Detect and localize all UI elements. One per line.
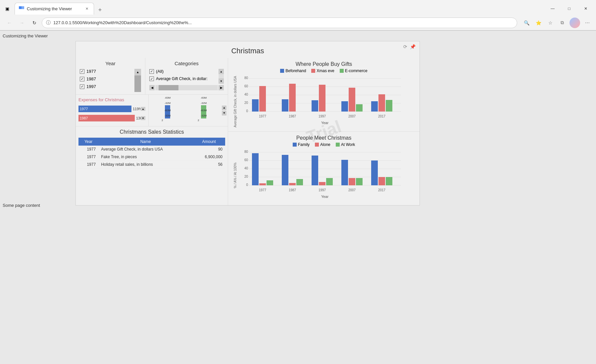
legend-ecommerce: E-commerce: [340, 68, 368, 73]
cat-scroll-right[interactable]: ▶: [219, 85, 224, 90]
col-header-amount: Amount: [193, 138, 225, 146]
address-icons: 🔍 ⭐ ☆ ⧉ ⋯: [522, 18, 592, 28]
year-scroll-up[interactable]: ▲: [134, 69, 141, 75]
menu-icon[interactable]: ⋯: [583, 18, 592, 27]
svg-rect-38: [378, 94, 385, 112]
cat-scroll-down[interactable]: ▼: [219, 78, 224, 84]
year-label-1977: 1977: [86, 69, 96, 74]
svg-rect-1: [22, 6, 24, 9]
svg-rect-69: [378, 177, 385, 185]
zoom-icon[interactable]: 🔍: [522, 18, 531, 27]
exp-up-arrow[interactable]: ▲: [141, 107, 145, 111]
tab-title: Customizing the Viewer: [27, 6, 84, 11]
cat-checkbox-all[interactable]: ✓: [149, 69, 154, 74]
chart1-svg: 80 60 40 20 0: [239, 75, 404, 128]
tab-close-button[interactable]: ✕: [84, 6, 90, 12]
svg-rect-34: [341, 101, 348, 112]
sales-table-area: Christmans Sales Statistics Year Name Am…: [76, 126, 228, 171]
expense-year-1977: 1977: [80, 107, 88, 111]
back-button[interactable]: ←: [4, 18, 15, 28]
sidebar-toggle-button[interactable]: ▣: [3, 4, 12, 13]
cat-scroll-left[interactable]: ◀: [149, 85, 155, 90]
legend-family-label: Family: [298, 142, 310, 147]
svg-text:2017: 2017: [378, 114, 386, 118]
star-badge-icon[interactable]: ⭐: [534, 18, 543, 27]
expense-scroll-up-btn[interactable]: ▲: [140, 105, 146, 113]
categories-content: ✓ (All) ✓ Average Gift Check, in dollar:: [149, 69, 224, 84]
profile-icon[interactable]: [570, 18, 580, 28]
title-bar: ▣ Customizing the Viewer ✕ + — □ ✕: [0, 0, 596, 15]
expenses-chart-box: Expenses for Christmas 1977 119% ▲: [76, 95, 149, 126]
cat-label-avg: Average Gift Check, in dollar:: [156, 76, 208, 81]
svg-text:1997: 1997: [319, 188, 326, 192]
maximize-button[interactable]: □: [562, 4, 577, 14]
legend-xmaseve: Xmas eve: [311, 68, 334, 73]
dashboard-refresh-icon[interactable]: ⟳: [403, 44, 407, 49]
cat-h-thumb[interactable]: [159, 85, 178, 90]
svg-text:1977: 1977: [259, 114, 267, 118]
nav-bar: ← → ↻ ⓘ 127.0.0.1:5500/Working%20with%20…: [0, 15, 596, 30]
svg-text:-63M: -63M: [201, 96, 207, 99]
sales-table-title: Christmans Sales Statistics: [78, 129, 225, 135]
chart2-container: % / A% / At 100% 80 60 40 20 0: [233, 149, 414, 202]
legend-family-color: [293, 143, 297, 147]
browser-chrome: ▣ Customizing the Viewer ✕ + — □ ✕ ← → ↻…: [0, 0, 596, 31]
svg-rect-31: [312, 100, 318, 112]
active-tab[interactable]: Customizing the Viewer ✕: [15, 3, 94, 15]
window-controls-left: ▣: [3, 4, 12, 13]
svg-text:1977: 1977: [259, 188, 267, 192]
svg-text:1987: 1987: [289, 188, 296, 192]
svg-text:40: 40: [244, 93, 248, 96]
svg-text:-32M: -32M: [165, 114, 171, 117]
year-label-1987: 1987: [86, 76, 96, 81]
svg-text:-32M: -32M: [165, 102, 171, 105]
svg-rect-35: [349, 88, 355, 112]
svg-rect-32: [319, 85, 325, 112]
legend-alone-label: Alone: [320, 142, 330, 147]
cat-label-all: (All): [156, 69, 164, 74]
svg-text:2: 2: [162, 119, 163, 122]
dashboard: ⟳ 📌 Christmas Year ✓: [75, 41, 420, 205]
chart1-container: Average Gift Check, in dollars USA 80 60…: [233, 75, 414, 128]
dashboard-pin-icon[interactable]: 📌: [410, 44, 416, 49]
mini-scroll-up[interactable]: ▲: [222, 106, 226, 110]
favorites-icon[interactable]: ☆: [546, 18, 555, 27]
chart2-title: People Meet Christmas: [233, 135, 414, 141]
categories-title: Categories: [149, 61, 224, 66]
forward-button[interactable]: →: [17, 18, 27, 28]
legend-atwork-color: [336, 143, 340, 147]
some-page-content: Some page content: [3, 203, 40, 208]
year-filter: Year ✓ 1977 ✓ 1987: [76, 58, 145, 94]
collections-icon[interactable]: ⧉: [558, 18, 567, 27]
cat-scroll-up[interactable]: ▲: [219, 69, 224, 74]
page-title: Customizing the Viewer: [3, 33, 596, 38]
table-header-row: Year Name Amount: [78, 138, 225, 146]
year-scroll-thumb[interactable]: [134, 75, 141, 92]
legend-ecommerce-label: E-commerce: [345, 68, 368, 73]
expense-scroll-down-btn[interactable]: ▼: [140, 114, 146, 122]
year-checkbox-1987[interactable]: ✓: [80, 77, 84, 81]
chart2-y-label: % / A% / At 100%: [233, 149, 238, 202]
expenses-title: Expenses for Christmas: [78, 97, 146, 102]
refresh-button[interactable]: ↻: [29, 18, 40, 28]
expense-bar-row-1977: 1977 119% ▲: [78, 105, 146, 113]
svg-text:20: 20: [244, 101, 248, 105]
year-checkbox-1977[interactable]: ✓: [80, 69, 84, 74]
year-checkbox-1997[interactable]: ✓: [80, 84, 84, 89]
svg-rect-36: [356, 104, 363, 112]
minimize-button[interactable]: —: [545, 4, 560, 14]
left-panel: Year ✓ 1977 ✓ 1987: [76, 58, 228, 205]
new-tab-button[interactable]: +: [95, 5, 105, 15]
mini-scroll-down[interactable]: ▼: [222, 111, 226, 115]
mini-chart-2: -63M -32M -B3M -32M 2: [186, 96, 222, 125]
cat-checkbox-avg[interactable]: ✓: [149, 76, 154, 81]
exp-down-arrow[interactable]: ▼: [141, 116, 145, 120]
close-button[interactable]: ✕: [578, 4, 593, 14]
expense-bar-row-1987: 1987 130% ▼: [78, 114, 146, 122]
mini-chart-scrollbar: ▲ ▼: [222, 106, 226, 115]
mini-chart-1: -63M -32M -B3M -32M 2: [150, 96, 185, 125]
svg-rect-61: [296, 179, 303, 185]
svg-rect-68: [371, 160, 378, 185]
legend-xmaseve-label: Xmas eve: [317, 68, 334, 73]
address-bar[interactable]: ⓘ 127.0.0.1:5500/Working%20with%20Dashbo…: [42, 18, 517, 28]
